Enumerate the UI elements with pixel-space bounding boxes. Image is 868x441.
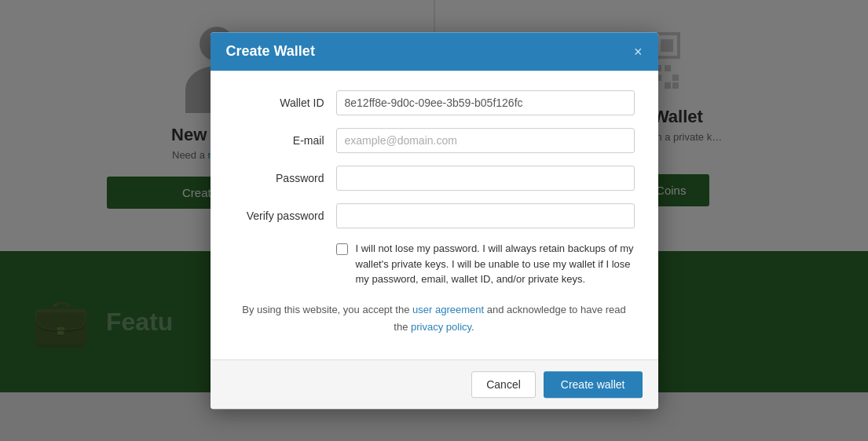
verify-password-label: Verify password [234,210,336,222]
privacy-policy-link[interactable]: privacy policy [411,321,471,333]
modal-header: Create Wallet × [211,32,658,71]
password-input[interactable] [336,166,635,191]
email-group: E-mail [234,128,635,153]
create-wallet-submit-button[interactable]: Create wallet [544,371,643,398]
verify-password-group: Verify password [234,203,635,228]
wallet-id-input[interactable] [336,90,635,115]
modal-footer: Cancel Create wallet [211,359,658,409]
terms-section: By using this website, you accept the us… [234,301,635,336]
email-input[interactable] [336,128,635,153]
terms-text-before: By using this website, you accept the [242,304,412,315]
wallet-id-group: Wallet ID [234,90,635,115]
modal-close-button[interactable]: × [634,45,643,59]
terms-text-end: . [471,321,474,333]
cancel-button[interactable]: Cancel [471,371,536,398]
disclaimer-text: I will not lose my password. I will alwa… [356,241,635,287]
disclaimer-section: I will not lose my password. I will alwa… [336,241,635,287]
wallet-id-label: Wallet ID [234,97,336,109]
email-label: E-mail [234,134,336,147]
verify-password-input[interactable] [336,203,635,228]
disclaimer-checkbox[interactable] [336,243,348,255]
password-group: Password [234,166,635,191]
modal-title: Create Wallet [226,43,315,60]
password-label: Password [234,172,336,184]
create-wallet-modal: Create Wallet × Wallet ID E-mail Passwor… [211,32,658,409]
user-agreement-link[interactable]: user agreement [412,304,484,315]
modal-body: Wallet ID E-mail Password Verify passwor… [211,71,658,359]
